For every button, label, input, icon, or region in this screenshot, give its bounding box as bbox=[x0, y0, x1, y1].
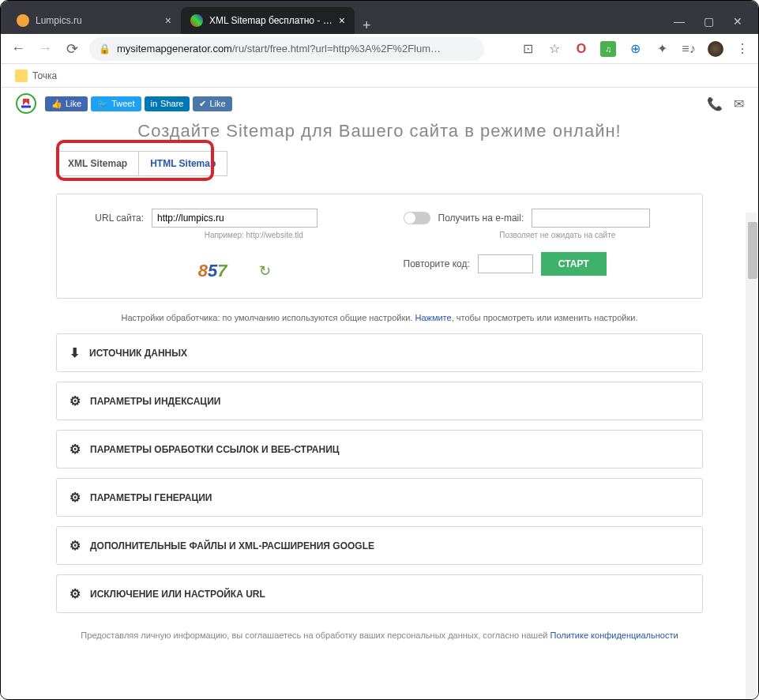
vk-like-button[interactable]: ✔ Like bbox=[193, 96, 231, 111]
translate-icon[interactable]: ⊡ bbox=[520, 41, 535, 57]
url-input[interactable] bbox=[152, 209, 318, 228]
accordion-label: ПАРАМЕТРЫ ГЕНЕРАЦИИ bbox=[90, 492, 212, 503]
refresh-captcha-icon[interactable]: ↻ bbox=[259, 262, 271, 280]
tab-title: XML Sitemap бесплатно - Генер bbox=[209, 15, 333, 26]
browser-tab-lumpics[interactable]: Lumpics.ru × bbox=[7, 7, 181, 34]
avatar[interactable] bbox=[708, 41, 723, 57]
linkedin-share-button[interactable]: in Share bbox=[145, 96, 190, 111]
settings-accordions: ⬇ИСТОЧНИК ДАННЫХ ⚙ПАРАМЕТРЫ ИНДЕКСАЦИИ ⚙… bbox=[1, 333, 758, 613]
tab-favicon bbox=[17, 14, 29, 27]
facebook-like-button[interactable]: 👍 Like bbox=[45, 96, 88, 111]
folder-icon bbox=[15, 70, 28, 82]
accordion-label: ИСКЛЮЧЕНИЕ ИЛИ НАСТРОЙКА URL bbox=[90, 589, 265, 600]
tab-html-sitemap[interactable]: HTML Sitemap bbox=[138, 151, 227, 176]
accordion-label: ПАРАМЕТРЫ ИНДЕКСАЦИИ bbox=[90, 396, 220, 407]
accordion-generation-params[interactable]: ⚙ПАРАМЕТРЫ ГЕНЕРАЦИИ bbox=[56, 478, 703, 517]
url-label: URL сайта: bbox=[82, 213, 144, 224]
page-title: Создайте Sitemap для Вашего сайта в режи… bbox=[1, 121, 758, 141]
minimize-button[interactable]: — bbox=[674, 15, 685, 28]
sitemap-type-tabs: XML Sitemap HTML Sitemap bbox=[56, 151, 703, 176]
tab-title: Lumpics.ru bbox=[36, 15, 159, 26]
captcha-image: 857 bbox=[177, 258, 248, 284]
site-header: 👍 Like 🐦 Tweet in Share ✔ Like 📞 ✉ bbox=[1, 88, 758, 119]
browser-tab-strip: Lumpics.ru × XML Sitemap бесплатно - Ген… bbox=[1, 1, 758, 34]
scrollbar-track[interactable] bbox=[746, 213, 757, 700]
gear-icon: ⚙ bbox=[70, 442, 81, 457]
contact-icons: 📞 ✉ bbox=[707, 96, 744, 111]
browser-tab-sitemap[interactable]: XML Sitemap бесплатно - Генер × bbox=[181, 7, 355, 34]
new-tab-button[interactable]: + bbox=[355, 17, 379, 34]
toolbar-extensions: ⊡ ☆ O ♫ ⊕ ✦ ≡♪ ⋮ bbox=[520, 41, 750, 57]
download-icon: ⬇ bbox=[70, 345, 80, 360]
privacy-footer: Предоставляя личную информацию, вы согла… bbox=[1, 630, 758, 640]
url-text: mysitemapgenerator.com/ru/start/free.htm… bbox=[117, 43, 441, 55]
gear-icon: ⚙ bbox=[70, 393, 81, 408]
scrollbar-thumb[interactable] bbox=[748, 222, 757, 279]
music-icon[interactable]: ♫ bbox=[600, 41, 616, 57]
social-buttons: 👍 Like 🐦 Tweet in Share ✔ Like bbox=[45, 96, 232, 111]
gear-icon: ⚙ bbox=[70, 586, 81, 601]
start-button[interactable]: СТАРТ bbox=[541, 252, 607, 276]
email-input[interactable] bbox=[532, 209, 650, 228]
forward-button[interactable]: → bbox=[36, 40, 54, 57]
extensions-icon[interactable]: ✦ bbox=[654, 41, 670, 57]
star-icon[interactable]: ☆ bbox=[547, 41, 562, 57]
svg-point-0 bbox=[17, 94, 36, 113]
reload-button[interactable]: ⟳ bbox=[62, 40, 81, 58]
playlist-icon[interactable]: ≡♪ bbox=[681, 41, 697, 57]
email-label: Получить на e-mail: bbox=[438, 213, 524, 224]
tab-xml-sitemap[interactable]: XML Sitemap bbox=[56, 151, 138, 176]
email-hint: Позволяет не ожидать на сайте bbox=[438, 231, 678, 239]
captcha-label: Повторите код: bbox=[404, 258, 470, 269]
globe-icon[interactable]: ⊕ bbox=[627, 41, 643, 57]
phone-icon[interactable]: 📞 bbox=[707, 96, 723, 111]
close-icon[interactable]: × bbox=[165, 14, 171, 27]
accordion-indexing-params[interactable]: ⚙ПАРАМЕТРЫ ИНДЕКСАЦИИ bbox=[56, 382, 703, 420]
address-bar: ← → ⟳ 🔒 mysitemapgenerator.com/ru/start/… bbox=[1, 34, 758, 64]
twitter-tweet-button[interactable]: 🐦 Tweet bbox=[91, 96, 141, 111]
url-hint: Например: http://website.tld bbox=[152, 231, 356, 239]
url-input[interactable]: 🔒 mysitemapgenerator.com/ru/start/free.h… bbox=[89, 37, 484, 61]
gear-icon: ⚙ bbox=[70, 538, 81, 553]
accordion-url-exclusion[interactable]: ⚙ИСКЛЮЧЕНИЕ ИЛИ НАСТРОЙКА URL bbox=[56, 574, 703, 613]
email-toggle[interactable] bbox=[404, 212, 430, 224]
settings-link[interactable]: Нажмите bbox=[415, 313, 451, 322]
lock-icon: 🔒 bbox=[99, 43, 111, 55]
settings-note: Настройки обработчика: по умолчанию испо… bbox=[1, 313, 758, 322]
accordion-data-source[interactable]: ⬇ИСТОЧНИК ДАННЫХ bbox=[56, 333, 703, 372]
mail-icon[interactable]: ✉ bbox=[734, 96, 744, 111]
accordion-label: ПАРАМЕТРЫ ОБРАБОТКИ ССЫЛОК И ВЕБ-СТРАНИЦ bbox=[90, 444, 340, 455]
generator-form: URL сайта: Например: http://website.tld … bbox=[56, 194, 703, 299]
bookmarks-bar: Точка bbox=[1, 64, 758, 88]
gear-icon: ⚙ bbox=[70, 490, 81, 505]
privacy-link[interactable]: Политике конфиденциальности bbox=[550, 630, 678, 640]
accordion-label: ДОПОЛНИТЕЛЬНЫЕ ФАЙЛЫ И XML-РАСШИРЕНИЯ GO… bbox=[90, 540, 374, 551]
opera-icon[interactable]: O bbox=[573, 41, 589, 57]
accordion-google-xml[interactable]: ⚙ДОПОЛНИТЕЛЬНЫЕ ФАЙЛЫ И XML-РАСШИРЕНИЯ G… bbox=[56, 526, 703, 565]
close-icon[interactable]: × bbox=[339, 14, 345, 27]
bookmark-item[interactable]: Точка bbox=[32, 70, 57, 81]
menu-icon[interactable]: ⋮ bbox=[735, 41, 750, 57]
back-button[interactable]: ← bbox=[9, 40, 28, 57]
accordion-link-params[interactable]: ⚙ПАРАМЕТРЫ ОБРАБОТКИ ССЫЛОК И ВЕБ-СТРАНИ… bbox=[56, 430, 703, 469]
accordion-label: ИСТОЧНИК ДАННЫХ bbox=[89, 348, 187, 359]
maximize-button[interactable]: ▢ bbox=[704, 15, 714, 28]
site-logo bbox=[15, 92, 37, 115]
close-button[interactable]: ✕ bbox=[733, 15, 742, 28]
window-controls: — ▢ ✕ bbox=[674, 15, 752, 34]
page-content: 👍 Like 🐦 Tweet in Share ✔ Like 📞 ✉ Созда… bbox=[1, 88, 758, 698]
tab-favicon bbox=[190, 14, 203, 27]
captcha-input[interactable] bbox=[478, 254, 533, 273]
